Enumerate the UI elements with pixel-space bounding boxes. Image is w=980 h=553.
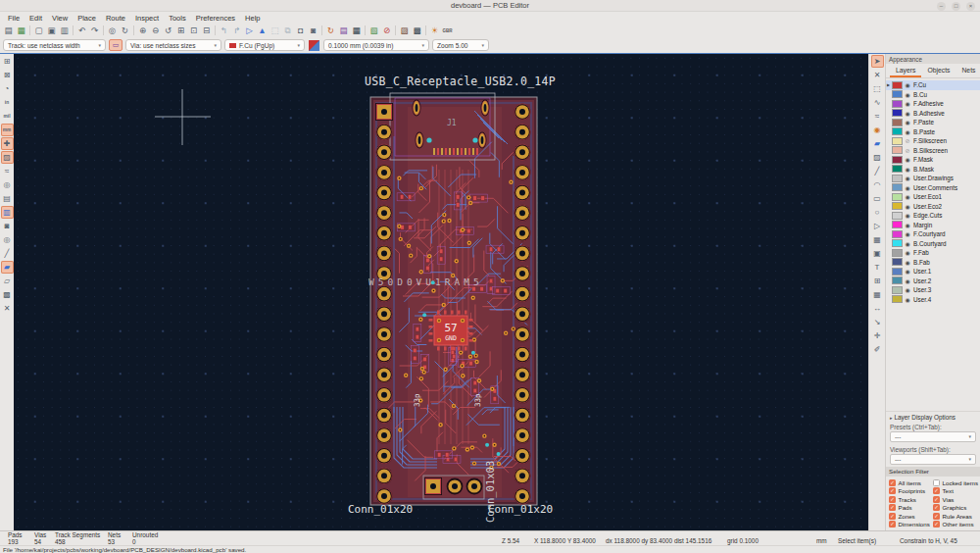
through-hole-pad[interactable] xyxy=(375,468,392,484)
layer-row-b.fab[interactable]: ◉B.Fab xyxy=(886,258,980,268)
update-pcb-icon[interactable]: ↻ xyxy=(324,25,337,36)
through-hole-pad[interactable] xyxy=(375,225,392,241)
layer-color-swatch[interactable] xyxy=(893,147,902,153)
mirror-icon[interactable]: ▲ xyxy=(256,25,269,36)
via-size-dropdown[interactable]: Via: use netclass sizes▾ xyxy=(125,39,221,51)
eye-icon[interactable]: ◉ xyxy=(905,110,911,117)
through-hole-pad[interactable] xyxy=(375,427,392,443)
sketch-vias-icon[interactable]: ◎ xyxy=(1,233,14,246)
through-hole-pad[interactable] xyxy=(514,487,530,504)
zoom-dropdown[interactable]: Zoom 5.00▾ xyxy=(432,39,489,51)
add-footprint-icon[interactable]: ⬚ xyxy=(871,82,884,95)
tab-objects[interactable]: Objects xyxy=(921,66,956,77)
through-hole-pad[interactable] xyxy=(375,285,392,302)
through-hole-pad[interactable] xyxy=(514,407,530,424)
gerber-viewer-icon[interactable]: GBR xyxy=(441,25,454,36)
auto-track-width-button[interactable]: ▭ xyxy=(109,39,122,51)
layer-row-b.silkscreen[interactable]: ⊘B.Silkscreen xyxy=(886,146,980,156)
plugin-icon[interactable]: ▩ xyxy=(411,25,423,36)
find-icon[interactable]: ◎ xyxy=(106,25,119,36)
pcb-board-view[interactable]: J1 57 GND USB_C_Receptacle_USB2.0_14P W5… xyxy=(14,54,868,530)
toggle-grid-icon[interactable]: ⊞ xyxy=(1,55,14,68)
eye-icon[interactable]: ◉ xyxy=(905,259,911,266)
eye-icon[interactable]: ◉ xyxy=(905,240,911,247)
dim-inactive-layers-icon[interactable]: ▩ xyxy=(1,288,14,301)
draw-rectangle-icon[interactable]: ▭ xyxy=(871,192,884,205)
measure-icon[interactable]: ✐ xyxy=(871,343,884,356)
layer-row-user.drawings[interactable]: ◉User.Drawings xyxy=(886,174,980,183)
eye-icon[interactable]: ◉ xyxy=(905,193,911,200)
menu-help[interactable]: Help xyxy=(240,14,265,23)
through-hole-pad[interactable] xyxy=(375,306,392,323)
local-ratsnest-icon[interactable]: ✕ xyxy=(871,69,884,81)
layer-color-swatch[interactable] xyxy=(893,296,902,302)
through-hole-pad[interactable] xyxy=(375,245,392,262)
layer-color-swatch[interactable] xyxy=(893,240,902,246)
zoom-in-icon[interactable]: ⊕ xyxy=(136,25,149,36)
filter-vias[interactable]: ✓Vias xyxy=(933,496,978,503)
menu-edit[interactable]: Edit xyxy=(24,14,47,23)
board-outline[interactable] xyxy=(370,97,537,505)
layer-color-swatch[interactable] xyxy=(893,184,902,190)
through-hole-pad[interactable] xyxy=(514,124,530,140)
layer-color-swatch[interactable] xyxy=(893,120,902,126)
layer-row-f.courtyard[interactable]: ◉F.Courtyard xyxy=(886,229,980,239)
units-mils-icon[interactable]: mil xyxy=(1,110,14,123)
through-hole-pad[interactable] xyxy=(514,285,530,302)
layer-pair-indicator[interactable] xyxy=(309,40,319,51)
layer-row-user.4[interactable]: ◉User.4 xyxy=(886,295,980,305)
add-textbox-icon[interactable]: ⊞ xyxy=(871,275,884,287)
eye-icon[interactable]: ◉ xyxy=(905,277,911,284)
layer-row-user.2[interactable]: ◉User.2 xyxy=(886,276,980,286)
layer-color-swatch[interactable] xyxy=(893,287,902,293)
through-hole-pad[interactable] xyxy=(514,265,530,281)
tab-nets[interactable]: Nets xyxy=(956,66,980,77)
layer-row-user.3[interactable]: ◉User.3 xyxy=(886,285,980,295)
grid-dropdown[interactable]: 0.1000 mm (0.0039 in)▾ xyxy=(323,39,429,51)
through-hole-pad[interactable] xyxy=(375,184,392,201)
eye-hidden-icon[interactable]: ⊘ xyxy=(905,147,911,154)
add-text-icon[interactable]: T xyxy=(871,261,884,274)
menu-tools[interactable]: Tools xyxy=(164,14,191,23)
layer-color-swatch[interactable] xyxy=(893,213,902,219)
layer-row-b.courtyard[interactable]: ◉B.Courtyard xyxy=(886,239,980,249)
layer-color-swatch[interactable] xyxy=(893,231,902,237)
through-hole-pad[interactable] xyxy=(514,447,530,464)
grid-override-icon[interactable]: ⊠ xyxy=(1,69,14,81)
checkbox-checked-icon[interactable]: ✓ xyxy=(933,513,940,520)
through-hole-pad[interactable] xyxy=(375,124,392,140)
eye-icon[interactable]: ◉ xyxy=(905,128,911,135)
eye-icon[interactable]: ◉ xyxy=(905,166,911,173)
through-hole-pad[interactable] xyxy=(375,103,393,121)
layer-row-margin[interactable]: ◉Margin xyxy=(886,221,980,230)
filter-dimensions[interactable]: ✓Dimensions xyxy=(889,521,933,528)
copy-icon[interactable]: ⧉ xyxy=(281,25,294,36)
layer-color-swatch[interactable] xyxy=(893,91,902,97)
through-hole-pad[interactable] xyxy=(514,386,530,403)
layer-color-swatch[interactable] xyxy=(893,203,902,209)
through-hole-pad[interactable] xyxy=(375,447,392,464)
through-hole-pad[interactable] xyxy=(375,205,392,222)
zone-fill-icon[interactable]: ▰ xyxy=(1,261,14,274)
layer-row-user.eco1[interactable]: ◉User.Eco1 xyxy=(886,192,980,202)
through-hole-pad[interactable] xyxy=(514,184,530,201)
layer-selector-dropdown[interactable]: F.Cu (PgUp) ▾ xyxy=(224,39,305,51)
add-via-icon[interactable]: ◉ xyxy=(871,124,884,136)
zone-outline-icon[interactable]: ▱ xyxy=(1,275,14,287)
layer-row-b.cu[interactable]: ◉B.Cu xyxy=(886,90,980,100)
appearance-manager-icon[interactable]: ▥ xyxy=(1,206,14,219)
layer-display-options[interactable]: ▸Layer Display Options xyxy=(886,411,980,422)
scripting-console-icon[interactable]: ✕ xyxy=(1,302,14,315)
add-rule-area-icon[interactable]: ▨ xyxy=(871,151,884,164)
menu-place[interactable]: Place xyxy=(73,14,101,23)
layer-color-swatch[interactable] xyxy=(893,157,902,163)
route-tracks-icon[interactable]: ∿ xyxy=(871,96,884,109)
eye-icon[interactable]: ◉ xyxy=(905,184,911,191)
filter-graphics[interactable]: ✓Graphics xyxy=(933,504,978,511)
layer-row-b.adhesive[interactable]: ◉B.Adhesive xyxy=(886,109,980,119)
close-button[interactable]: × xyxy=(966,2,975,11)
through-hole-pad[interactable] xyxy=(375,386,392,403)
tab-layers[interactable]: Layers xyxy=(890,66,921,77)
through-hole-pad[interactable] xyxy=(514,103,530,120)
grid-origin-icon[interactable]: ✛ xyxy=(871,329,884,342)
